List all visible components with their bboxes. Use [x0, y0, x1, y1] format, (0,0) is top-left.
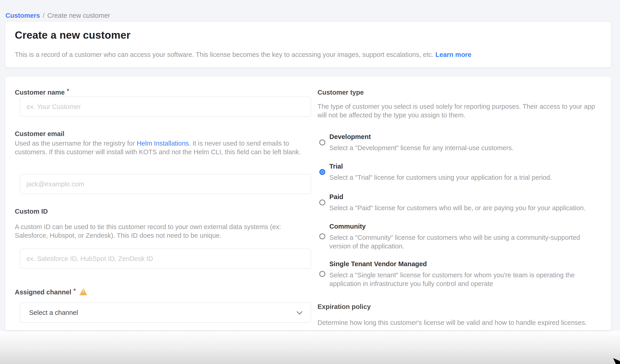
breadcrumb: Customers/Create new customer [5, 12, 110, 19]
customer-email-description: Used as the username for the registry fo… [15, 139, 305, 156]
customer-name-label: Customer name* [15, 88, 69, 96]
option-description: Select a "Paid" license for customers wh… [329, 204, 586, 212]
customer-email-input[interactable] [20, 174, 311, 194]
radio-button-development[interactable] [319, 139, 325, 145]
breadcrumb-current: Create new customer [47, 12, 110, 19]
required-asterisk: * [67, 87, 69, 94]
option-label: Paid [329, 193, 586, 201]
customer-email-label: Customer email [15, 130, 64, 138]
breadcrumb-link-customers[interactable]: Customers [5, 12, 40, 19]
customer-type-option-single-tenant[interactable]: Single Tenant Vendor Managed Select a "S… [319, 260, 604, 288]
radio-button-community[interactable] [319, 233, 325, 239]
page-description-text: This is a record of a customer who can a… [15, 51, 434, 58]
required-asterisk: * [73, 287, 76, 294]
option-label: Community [329, 222, 598, 231]
footer-bar: Save changes [0, 331, 620, 364]
custom-id-label: Custom ID [15, 207, 48, 215]
radio-button-trial[interactable] [319, 169, 325, 175]
channel-select-value: Select a channel [29, 309, 78, 317]
radio-button-single-tenant[interactable] [319, 271, 325, 277]
chevron-down-icon [296, 309, 302, 314]
customer-email-description-pre: Used as the username for the registry fo… [15, 140, 137, 147]
customer-type-option-paid[interactable]: Paid Select a "Paid" license for custome… [319, 193, 604, 212]
helm-installations-link[interactable]: Helm Installations [137, 140, 189, 147]
expiration-policy-heading: Expiration policy [318, 303, 371, 310]
customer-type-option-trial[interactable]: Trial Select a "Trial" license for custo… [319, 162, 604, 182]
option-description: Select a "Community" license for custome… [329, 233, 598, 250]
option-label: Development [329, 133, 514, 141]
custom-id-description: A custom ID can be used to tie this cust… [15, 222, 305, 240]
channel-select[interactable]: Select a channel [20, 303, 311, 323]
page-header-card: Create a new customer This is a record o… [5, 21, 611, 68]
assigned-channel-label-text: Assigned channel [15, 289, 71, 296]
page-title: Create a new customer [15, 29, 130, 41]
customer-name-input[interactable] [20, 97, 311, 117]
option-label: Trial [329, 162, 552, 170]
option-description: Select a "Trial" license for customers u… [329, 173, 552, 182]
customer-type-description: The type of customer you select is used … [318, 102, 598, 119]
breadcrumb-separator: / [43, 12, 45, 19]
customer-type-option-development[interactable]: Development Select a "Development" licen… [319, 133, 604, 152]
warning-icon [79, 288, 87, 295]
customer-type-heading: Customer type [318, 88, 364, 96]
learn-more-link[interactable]: Learn more [435, 51, 471, 58]
option-label: Single Tenant Vendor Managed [329, 260, 598, 268]
custom-id-input[interactable] [20, 249, 311, 269]
radio-button-paid[interactable] [319, 200, 325, 205]
assigned-channel-label: Assigned channel* [15, 287, 87, 296]
expiration-policy-description: Determine how long this customer's licen… [318, 318, 604, 327]
option-description: Select a "Development" license for any i… [329, 144, 514, 152]
customer-type-option-community[interactable]: Community Select a "Community" license f… [319, 222, 604, 250]
option-description: Select a "Single tenant" license for cus… [329, 271, 598, 288]
customer-name-label-text: Customer name [15, 89, 65, 96]
page-description: This is a record of a customer who can a… [15, 50, 471, 59]
form-card: Customer name* Customer email Used as th… [5, 76, 611, 331]
